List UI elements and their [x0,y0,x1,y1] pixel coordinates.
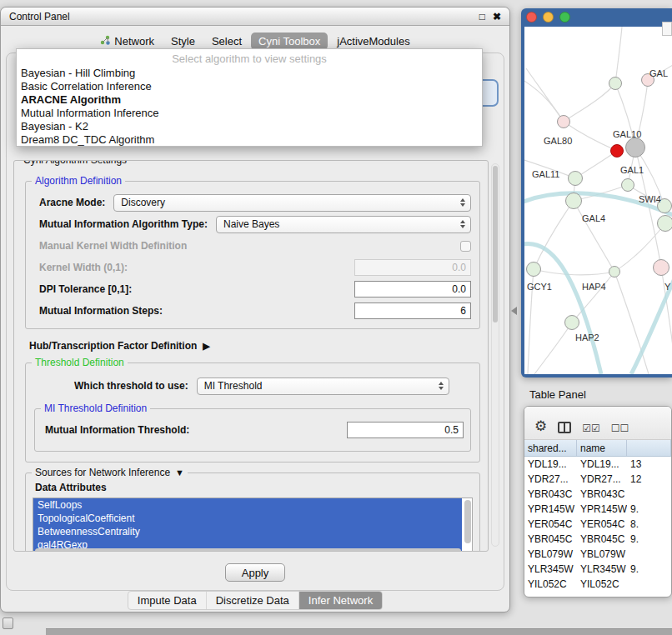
data-attributes-list[interactable]: SelfLoopsTopologicalCoefficientBetweenne… [33,498,473,552]
tab-cyni-toolbox[interactable]: Cyni Toolbox [251,32,328,50]
apply-button-row: Apply [7,563,504,582]
network-edge [574,201,614,272]
list-horizontal-scrollbar[interactable] [35,548,461,552]
mi-algorithm-type-value: Naive Bayes [223,218,457,230]
dpi-tolerance-label: DPI Tolerance [0,1]: [39,283,132,295]
menu-item-basic-correlation-inference[interactable]: Basic Correlation Inference [17,80,482,93]
network-node[interactable] [568,171,583,186]
select-columns-icon[interactable]: ☑☑ [582,423,600,433]
mi-threshold-input[interactable] [347,422,464,438]
table-row[interactable]: YDR27...YDR27...12 [524,472,671,487]
apply-button[interactable]: Apply [225,563,285,582]
network-node[interactable] [609,77,622,90]
network-node[interactable] [526,262,541,277]
table-row[interactable]: YDL19...YDL19...13 [524,457,671,472]
mi-steps-input[interactable] [354,302,471,319]
table-row[interactable]: YLR345WYLR345W9. [524,562,671,577]
bottom-tab-discretize-data[interactable]: Discretize Data [207,592,299,609]
table-header-row: shared...name [524,440,671,457]
aracne-mode-select[interactable]: Discovery [113,194,471,212]
table-header-cell[interactable]: shared... [524,440,577,456]
bottom-tab-impute-data[interactable]: Impute Data [128,592,207,609]
table-cell: YPR145W [524,503,577,515]
bottom-tab-group: Impute DataDiscretize DataInfer Network [128,591,383,610]
tab-style[interactable]: Style [163,32,203,50]
mi-steps-label: Mutual Information Steps: [39,305,163,317]
table-cell: YDL19... [524,458,577,470]
table-cell: 13 [627,458,671,470]
network-canvas[interactable]: GALGAL80GAL10GAL11GAL1SWI4GAL4GCY1HAP4HA… [524,27,672,374]
network-node[interactable] [657,215,672,232]
kernel-width-input[interactable] [354,259,471,276]
table-row[interactable]: YPR145WYPR145W9. [524,502,671,517]
float-window-icon[interactable]: □ [479,12,485,22]
menu-item-bayesian-k2[interactable]: Bayesian - K2 [17,120,482,133]
close-window-icon[interactable]: ✖ [493,12,501,22]
mi-algorithm-type-select[interactable]: Naive Bayes [216,216,471,233]
table-row[interactable]: YBR045CYBR045C9. [524,532,671,547]
network-node-label: HAP2 [575,332,599,342]
settings-scrollbar[interactable] [491,163,499,547]
gear-icon[interactable]: ⚙ [534,419,547,433]
table-cell: YBR045C [524,533,577,545]
manual-kernel-checkbox[interactable] [460,241,471,252]
collapsed-panel-icon[interactable] [3,618,13,629]
menu-item-mutual-information-inference[interactable]: Mutual Information Inference [17,107,482,120]
bottom-tab-infer-network[interactable]: Infer Network [299,592,382,609]
table-row[interactable]: YIL052CYIL052C [524,577,671,592]
network-node[interactable] [609,266,620,278]
tab-jactivemodules[interactable]: jActiveModules [329,32,417,50]
list-vertical-scrollbar[interactable] [464,500,471,543]
settings-scrollbar-thumb[interactable] [493,166,498,322]
table-header-cell[interactable]: name [577,440,627,456]
network-node[interactable] [557,115,570,128]
panel-collapse-arrow[interactable] [511,307,517,315]
close-button[interactable] [526,12,537,22]
tab-network[interactable]: Network [93,32,162,50]
dpi-tolerance-input[interactable] [354,281,471,298]
tab-label: Select [212,35,242,48]
hub-section-label: Hub/Transcription Factor Definition [29,340,197,352]
mi-threshold-group: MI Threshold Definition Mutual Informati… [34,408,471,452]
table-row[interactable]: YER054CYER054C8. [524,517,671,532]
scrollbar-corner [662,22,672,36]
menu-item-aracne-algorithm[interactable]: ARACNE Algorithm [17,93,482,107]
threshold-definition-group: Threshold Definition Which threshold to … [25,362,480,462]
list-item-topologicalcoefficient[interactable]: TopologicalCoefficient [33,512,462,525]
tab-select[interactable]: Select [204,32,249,50]
network-node[interactable] [564,315,579,330]
combo-arrows-icon [457,220,470,228]
bottom-bar [46,628,672,635]
table-row[interactable]: YBR043CYBR043C [524,487,671,502]
table-panel-title: Table Panel [529,388,586,401]
tab-label: Network [114,35,154,48]
network-node[interactable] [565,192,582,209]
cyni-algorithm-settings-group: Cyni Algorithm Settings Algorithm Defini… [13,160,489,552]
aracne-mode-value: Discovery [121,197,457,208]
table-cell: YIL052C [524,578,577,590]
control-panel-titlebar[interactable]: Control Panel □ ✖ [1,8,509,26]
list-item-selfloops[interactable]: SelfLoops [33,498,462,512]
network-node[interactable] [610,144,624,158]
network-node[interactable] [653,259,669,276]
list-item-betweennesscentrality[interactable]: BetweennessCentrality [33,525,462,538]
minimize-button[interactable] [543,12,554,22]
tab-label: Style [171,35,195,48]
mi-algorithm-type-label: Mutual Information Algorithm Type: [39,218,208,230]
hub-section-toggle[interactable]: Hub/Transcription Factor Definition ▶ [29,340,480,352]
menu-item-bayesian-hill-climbing[interactable]: Bayesian - Hill Climbing [17,67,482,80]
columns-icon[interactable] [558,422,571,433]
deselect-columns-icon[interactable]: ☐☐ [611,423,629,433]
bottom-tab-bar: Impute DataDiscretize DataInfer Network [1,591,509,610]
sources-legend[interactable]: Sources for Network Inference ▼ [32,467,188,478]
network-node-label: GAL10 [613,129,641,139]
which-threshold-select[interactable]: MI Threshold [197,378,449,395]
table-header-cell[interactable] [627,440,671,456]
zoom-button[interactable] [559,12,570,22]
control-panel-window: Control Panel □ ✖ NetworkStyleSelectCyni… [0,7,510,612]
table-row[interactable]: YBL079WYBL079W [524,547,671,562]
data-attributes-label: Data Attributes [35,482,473,493]
network-node[interactable] [625,138,645,158]
menu-item-dream8-dc-tdc-algorithm[interactable]: Dream8 DC_TDC Algorithm [17,133,482,147]
network-node[interactable] [621,178,634,192]
